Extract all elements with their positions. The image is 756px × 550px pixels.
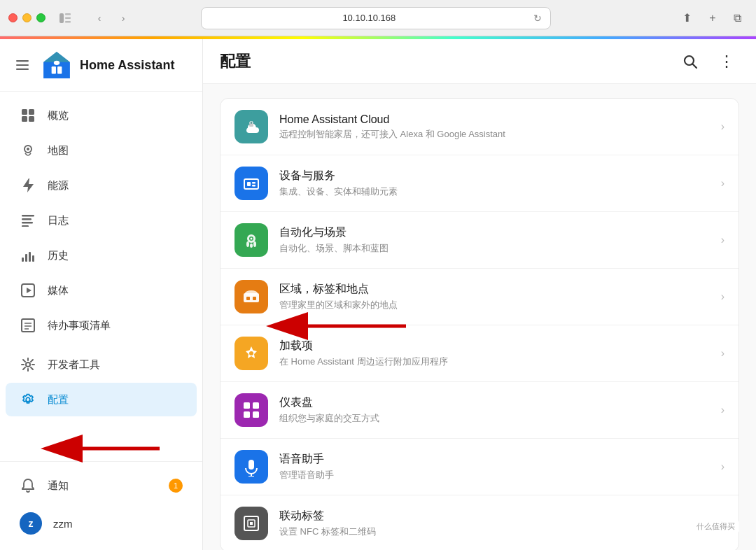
hamburger-icon[interactable]: [11, 54, 34, 76]
settings-item-dashboard[interactable]: 仪表盘 组织您与家庭的交互方式 ›: [220, 382, 738, 439]
svg-point-39: [246, 241, 249, 247]
svg-point-45: [245, 290, 258, 296]
nfc-text: 联动标签 设置 NFC 标签和二维码: [279, 509, 710, 538]
svg-rect-17: [22, 218, 31, 220]
watermark: 什么值得买: [692, 520, 739, 533]
nfc-name: 联动标签: [279, 509, 710, 523]
svg-rect-11: [29, 109, 34, 115]
svg-rect-22: [29, 252, 31, 262]
close-button[interactable]: [8, 13, 18, 22]
svg-point-30: [26, 397, 30, 402]
sidebar-item-settings[interactable]: 配置: [6, 383, 197, 416]
areas-text: 区域，标签和地点 管理家里的区域和家外的地点: [279, 282, 710, 311]
sidebar-header: Home Assistant: [0, 39, 202, 92]
svg-rect-25: [22, 319, 34, 332]
dashboard-icon-wrap: [234, 393, 268, 427]
svg-rect-51: [244, 411, 250, 418]
settings-item-areas[interactable]: 区域，标签和地点 管理家里的区域和家外的地点 ›: [220, 269, 738, 325]
svg-rect-20: [22, 258, 24, 262]
voice-desc: 管理语音助手: [279, 469, 710, 481]
svg-rect-0: [59, 13, 64, 23]
maximize-button[interactable]: [36, 13, 46, 22]
settings-item-voice[interactable]: 语音助手 管理语音助手 ›: [220, 439, 738, 495]
ha-cloud-name: Home Assistant Cloud: [279, 113, 710, 126]
ha-cloud-icon-wrap: [234, 110, 268, 143]
svg-rect-2: [65, 17, 71, 19]
svg-rect-8: [57, 66, 62, 74]
more-button[interactable]: ⋮: [714, 49, 739, 74]
addons-text: 加载项 在 Home Assistant 周边运行附加应用程序: [279, 339, 710, 368]
sidebar-item-energy[interactable]: 能源: [6, 169, 197, 202]
svg-rect-36: [252, 182, 255, 184]
devices-chevron: ›: [721, 177, 724, 190]
svg-point-43: [251, 238, 253, 240]
svg-rect-10: [22, 109, 27, 115]
automation-desc: 自动化、场景、脚本和蓝图: [279, 242, 710, 255]
svg-rect-37: [252, 185, 255, 187]
svg-rect-13: [29, 116, 34, 122]
ha-cloud-text: Home Assistant Cloud 远程控制智能家居，还可接入 Alexa…: [279, 113, 710, 141]
traffic-lights: [8, 13, 46, 22]
url-bar: 10.10.10.168 ↻: [201, 7, 551, 29]
sidebar-item-media[interactable]: 媒体: [6, 274, 197, 307]
svg-rect-16: [22, 215, 34, 217]
refresh-icon[interactable]: ↻: [533, 13, 542, 24]
header-actions: ⋮: [678, 49, 739, 74]
settings-item-ha-cloud[interactable]: Home Assistant Cloud 远程控制智能家居，还可接入 Alexa…: [220, 99, 738, 155]
browser-chrome: ‹ › 10.10.10.168 ↻ ⬆ + ⧉: [0, 0, 756, 36]
settings-item-devices[interactable]: 设备与服务 集成、设备、实体和辅助元素 ›: [220, 155, 738, 212]
addons-desc: 在 Home Assistant 周边运行附加应用程序: [279, 355, 710, 368]
search-button[interactable]: [678, 49, 703, 74]
back-button[interactable]: ‹: [89, 8, 110, 28]
svg-rect-35: [247, 182, 251, 186]
areas-chevron: ›: [721, 290, 724, 303]
svg-rect-5: [16, 64, 29, 66]
sidebar-toggle-button[interactable]: [54, 8, 76, 28]
svg-rect-4: [16, 60, 29, 62]
browser-actions: ⬆ + ⧉: [678, 8, 748, 28]
sidebar-item-developer[interactable]: 开发者工具: [6, 348, 197, 381]
svg-rect-3: [65, 21, 71, 23]
sidebar-item-logs[interactable]: 日志: [6, 204, 197, 237]
share-button[interactable]: ⬆: [678, 8, 697, 28]
areas-desc: 管理家里的区域和家外的地点: [279, 299, 710, 311]
settings-icon: [20, 391, 36, 408]
svg-point-48: [249, 351, 253, 355]
svg-rect-1: [65, 13, 71, 15]
automation-icon-wrap: [234, 223, 268, 257]
settings-item-addons[interactable]: 加载项 在 Home Assistant 周边运行附加应用程序 ›: [220, 325, 738, 382]
copy-button[interactable]: ⧉: [728, 8, 748, 28]
settings-label: 配置: [48, 393, 69, 407]
voice-text: 语音助手 管理语音助手: [279, 452, 710, 481]
svg-rect-7: [52, 66, 56, 74]
developer-icon: [20, 356, 36, 373]
sidebar-item-user[interactable]: z zzm: [6, 504, 197, 543]
settings-item-nfc[interactable]: 联动标签 设置 NFC 标签和二维码 ›: [220, 495, 738, 550]
main-content: 配置 ⋮: [203, 39, 756, 550]
svg-point-15: [27, 148, 29, 150]
settings-item-automation[interactable]: 自动化与场景 自动化、场景、脚本和蓝图 ›: [220, 212, 738, 269]
overview-icon: [20, 107, 36, 124]
media-icon: [20, 282, 36, 299]
sidebar-item-notifications[interactable]: 通知 1: [6, 469, 197, 502]
map-label: 地图: [48, 144, 69, 157]
map-icon: [20, 142, 36, 159]
sidebar-item-overview[interactable]: 概览: [6, 99, 197, 132]
automation-chevron: ›: [721, 234, 724, 246]
user-avatar: z: [20, 512, 42, 535]
svg-rect-52: [253, 411, 259, 418]
sidebar-title: Home Assistant: [80, 58, 174, 73]
svg-rect-23: [32, 255, 34, 262]
svg-point-41: [253, 241, 256, 247]
sidebar-item-map[interactable]: 地图: [6, 134, 197, 167]
sidebar-item-todo[interactable]: 待办事项清单: [6, 309, 197, 342]
sidebar-item-history[interactable]: 历史: [6, 239, 197, 272]
svg-rect-50: [253, 402, 259, 409]
new-tab-button[interactable]: +: [703, 8, 722, 28]
history-label: 历史: [48, 249, 69, 262]
minimize-button[interactable]: [22, 13, 31, 22]
forward-button[interactable]: ›: [113, 8, 134, 28]
ha-logo: [42, 50, 71, 80]
svg-rect-46: [246, 297, 250, 300]
dashboard-text: 仪表盘 组织您与家庭的交互方式: [279, 395, 710, 425]
